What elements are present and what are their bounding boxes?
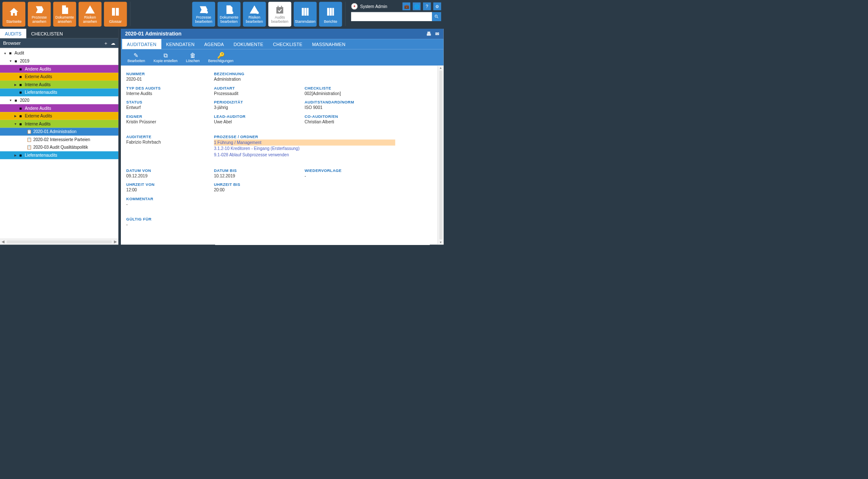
ribbon-dokumente-bearbeiten[interactable]: Dokumente bearbeiten	[218, 2, 240, 27]
toolbar-berechtigungen[interactable]: 🔑Berechtigungen	[204, 49, 237, 66]
ribbon-audits-bearbeiten[interactable]: Audits bearbeiten	[268, 2, 291, 27]
ribbon-label: Dokumente bearbeiten	[220, 16, 238, 24]
tree[interactable]: ▼■Audit▼■2019▶■Andere Audits▶■Externe Au…	[0, 48, 118, 239]
label-auditierte: AUDITIERTE	[126, 134, 214, 139]
folder-icon: ■	[17, 90, 23, 95]
ribbon-dokumente-ansehen[interactable]: Dokumente ansehen	[53, 2, 76, 27]
label-prozesse-ordner: PROZESSE / ORDNER	[214, 134, 395, 139]
tree-node[interactable]: ▼■2020	[0, 96, 118, 104]
tree-node[interactable]: ▶📋2020-01 Administration	[0, 128, 118, 136]
svg-point-1	[231, 11, 233, 14]
toolbar-kopie-erstellen[interactable]: ⧉Kopie erstellen	[149, 49, 182, 66]
ribbon-label: Startseite	[6, 20, 22, 24]
search-input[interactable]	[351, 12, 432, 21]
ribbon-risiken-bearbeiten[interactable]: Risiken bearbeiten	[243, 2, 266, 27]
ribbon-berichte[interactable]: Berichte	[319, 2, 342, 27]
chevron-down-icon[interactable]: ▼	[8, 98, 13, 102]
globe-icon[interactable]: 🌐	[413, 3, 421, 11]
detail-tab-dokumente[interactable]: DOKUMENTE	[229, 39, 268, 49]
left-tab-checklisten[interactable]: CHECKLISTEN	[26, 29, 68, 38]
tree-node[interactable]: ▼■2019	[0, 57, 118, 65]
detail-vertical-scrollbar[interactable]: ▲▼	[437, 65, 443, 245]
ribbon-startseite[interactable]: Startseite	[3, 2, 25, 27]
value-nummer: 2020-01	[126, 77, 214, 82]
berechtigungen-icon: 🔑	[217, 52, 225, 59]
value-datum-von: 09.12.2019	[126, 173, 214, 178]
prozess-link[interactable]: 9.1-028 Ablauf Subprozesse verwenden	[214, 152, 395, 158]
tree-node[interactable]: ▶■Lieferantenaudits	[0, 151, 118, 159]
detail-panel: 2020-01 Administration 🖶 ✉ AUDITDATENKEN…	[121, 29, 444, 245]
top-ribbon: StartseiteProzesse ansehenDokumente anse…	[0, 0, 444, 29]
ribbon-risiken-ansehen[interactable]: Risiken ansehen	[79, 2, 101, 27]
chevron-right-icon[interactable]: ▶	[13, 114, 17, 118]
label-auditstandard: AUDITSTANDARD/NORM	[305, 100, 396, 105]
value-typ-des-audits: Interne Audits	[126, 91, 214, 95]
tree-node[interactable]: ▶■Externe Audits	[0, 112, 118, 120]
detail-tab-kenndaten[interactable]: KENNDATEN	[161, 39, 199, 49]
value-co-auditor: Christian Alberti	[305, 119, 396, 124]
prozess-link[interactable]: 1 Führung / Management	[214, 139, 395, 146]
folder-icon: ■	[17, 153, 23, 158]
detail-tab-massnahmen[interactable]: MASSNAHMEN	[307, 39, 350, 49]
tree-node[interactable]: ▶■Externe Audits	[0, 73, 118, 81]
tree-node[interactable]: ▶■Andere Audits	[0, 104, 118, 112]
value-uhrzeit-von: 12:00	[126, 188, 214, 192]
dokumente-ansehen-icon	[60, 4, 70, 16]
value-wiedervorlage: -	[305, 173, 396, 178]
tree-node[interactable]: ▶📋2020-02 Interessierte Parteien	[0, 136, 118, 144]
chevron-right-icon[interactable]: ▶	[13, 154, 17, 157]
detail-content: NUMMER2020-01 BEZEICHNUNGAdministration …	[121, 65, 437, 245]
tree-node[interactable]: ▶📋2020-03 Audit Qualitätspolitik	[0, 144, 118, 152]
help-icon[interactable]: ?	[423, 3, 431, 11]
tree-node[interactable]: ▶■Lieferantenaudits	[0, 88, 118, 96]
tree-node-label: Externe Audits	[24, 74, 52, 79]
ribbon-prozesse-bearbeiten[interactable]: Prozesse bearbeiten	[192, 2, 215, 27]
folder-icon: ■	[17, 114, 23, 118]
tree-node[interactable]: ▼■Interne Audits	[0, 120, 118, 128]
prozess-link[interactable]: 3.1.2-10 Kreditoren - Eingang (Ersterfas…	[214, 146, 395, 152]
detail-tab-auditdaten[interactable]: AUDITDATEN	[122, 39, 161, 49]
user-avatar-icon[interactable]: ✦	[351, 3, 358, 10]
ribbon-prozesse-ansehen[interactable]: Prozesse ansehen	[28, 2, 51, 27]
chevron-down-icon[interactable]: ▼	[8, 59, 13, 63]
chevron-right-icon[interactable]: ▶	[13, 83, 17, 86]
berichte-icon	[325, 4, 336, 20]
ribbon-glossar[interactable]: Glossar	[104, 2, 127, 27]
cloud-icon[interactable]: ☁	[111, 41, 115, 46]
briefcase-icon[interactable]: 💼	[402, 3, 410, 11]
tree-node[interactable]: ▶■Andere Audits	[0, 65, 118, 73]
left-panel: AUDITSCHECKLISTEN Browser ＋ ☁ ▼■Audit▼■2…	[0, 29, 118, 245]
search-button[interactable]	[432, 12, 441, 21]
tree-node-label: 2019	[19, 59, 29, 63]
mail-icon[interactable]: ✉	[435, 31, 439, 37]
ribbon-stammdaten[interactable]: Stammdaten	[294, 2, 317, 27]
label-auditart: AUDITART	[214, 86, 305, 90]
toolbar-loeschen[interactable]: 🗑Löschen	[182, 49, 204, 66]
settings-icon[interactable]: ⚙	[433, 3, 441, 11]
startseite-icon	[9, 4, 19, 20]
print-icon[interactable]: 🖶	[426, 31, 431, 37]
toolbar-label: Bearbeiten	[128, 59, 145, 63]
tree-horizontal-scrollbar[interactable]: ◄►	[0, 239, 118, 245]
left-tab-audits[interactable]: AUDITS	[0, 29, 26, 38]
chevron-down-icon[interactable]: ▼	[3, 52, 7, 55]
toolbar-bearbeiten[interactable]: ✎Bearbeiten	[123, 49, 150, 66]
chevron-down-icon[interactable]: ▼	[13, 122, 17, 125]
toolbar-label: Kopie erstellen	[153, 59, 177, 63]
ribbon-label: Risiken bearbeiten	[246, 16, 263, 24]
label-wiedervorlage: WIEDERVORLAGE	[305, 168, 396, 173]
label-checkliste: CHECKLISTE	[305, 86, 396, 90]
label-status: STATUS	[126, 100, 214, 105]
clipboard-icon: 📋	[26, 129, 32, 134]
toolbar-label: Berechtigungen	[208, 59, 234, 63]
tree-node-label: 2020-01 Administration	[32, 129, 76, 134]
tree-node[interactable]: ▶■Interne Audits	[0, 81, 118, 89]
browser-title: Browser	[3, 41, 21, 46]
ribbon-label: Prozesse ansehen	[32, 16, 47, 24]
value-bezeichnung: Administration	[214, 77, 305, 82]
detail-tab-checkliste[interactable]: CHECKLISTE	[268, 39, 307, 49]
tree-node[interactable]: ▼■Audit	[0, 49, 118, 57]
label-eigner: EIGNER	[126, 114, 214, 119]
add-icon[interactable]: ＋	[104, 40, 108, 46]
detail-tab-agenda[interactable]: AGENDA	[199, 39, 229, 49]
